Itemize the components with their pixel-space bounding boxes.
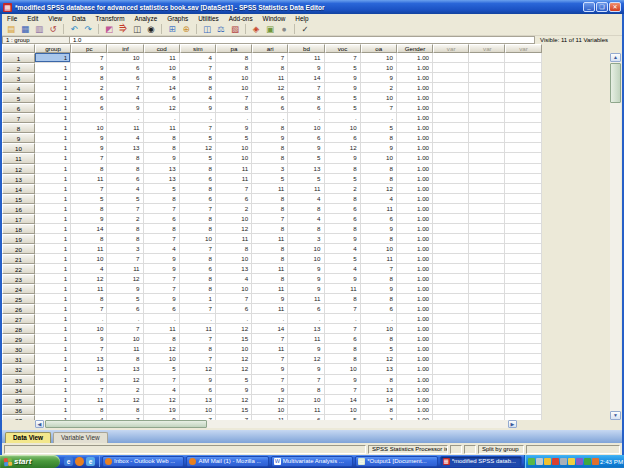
cell[interactable]: 1.00 [397, 375, 433, 385]
goto-chart-icon[interactable]: ◩ [103, 23, 115, 35]
column-header-ari[interactable]: ari [252, 44, 288, 53]
task-button[interactable]: WMultivariate Analysis ... [271, 456, 353, 467]
cell[interactable]: 8 [325, 224, 361, 234]
row-number[interactable]: 8 [2, 123, 35, 133]
row-number[interactable]: 10 [2, 143, 35, 153]
cell[interactable]: 5 [361, 344, 397, 354]
cell[interactable]: 8 [216, 53, 252, 63]
cell[interactable]: 10 [361, 324, 397, 334]
cell[interactable] [433, 103, 469, 113]
cell[interactable]: 8 [361, 133, 397, 143]
cell[interactable] [505, 395, 541, 405]
cell[interactable] [469, 324, 505, 334]
cell[interactable]: 1 [35, 234, 71, 244]
cell[interactable]: . [252, 314, 288, 324]
cell[interactable]: 6 [325, 204, 361, 214]
cell[interactable] [505, 224, 541, 234]
tray-icon-5[interactable] [560, 458, 567, 465]
cell[interactable] [469, 93, 505, 103]
cell[interactable]: . [361, 314, 397, 324]
cell[interactable] [505, 304, 541, 314]
tray-icon-9[interactable] [592, 458, 599, 465]
cell[interactable]: 6 [107, 73, 143, 83]
cell[interactable] [433, 294, 469, 304]
cell[interactable]: 7 [144, 234, 180, 244]
cell[interactable]: 8 [144, 143, 180, 153]
cell[interactable] [469, 334, 505, 344]
cell[interactable] [433, 83, 469, 93]
cell[interactable]: 9 [361, 284, 397, 294]
cell[interactable]: 1.00 [397, 264, 433, 274]
cell[interactable]: 6 [180, 174, 216, 184]
cell[interactable]: 8 [107, 234, 143, 244]
cell[interactable]: 12 [252, 395, 288, 405]
redo-icon[interactable]: ↷ [82, 23, 94, 35]
cell[interactable]: 9 [325, 274, 361, 284]
cell[interactable] [505, 234, 541, 244]
cell[interactable] [433, 334, 469, 344]
cell[interactable]: 9 [288, 264, 324, 274]
cell[interactable]: 8 [107, 354, 143, 364]
cell[interactable]: 1.00 [397, 214, 433, 224]
row-number[interactable]: 19 [2, 234, 35, 244]
find-icon[interactable]: ◉ [145, 23, 157, 35]
cell[interactable]: 8 [252, 143, 288, 153]
cell[interactable]: 8 [180, 83, 216, 93]
row-number[interactable]: 21 [2, 254, 35, 264]
cell[interactable]: 1 [35, 314, 71, 324]
cell[interactable]: 9 [71, 63, 107, 73]
cell[interactable]: 1 [35, 93, 71, 103]
cell[interactable]: 4 [107, 133, 143, 143]
cell[interactable]: 12 [361, 184, 397, 194]
row-number[interactable]: 31 [2, 354, 35, 364]
cell[interactable]: 5 [107, 294, 143, 304]
cell[interactable]: . [216, 314, 252, 324]
cell[interactable]: 4 [361, 194, 397, 204]
cell[interactable]: 6 [216, 304, 252, 314]
cell[interactable]: 1 [35, 214, 71, 224]
cell[interactable]: 11 [107, 264, 143, 274]
cell[interactable]: 7 [180, 63, 216, 73]
row-number[interactable]: 22 [2, 264, 35, 274]
cell[interactable]: 8 [325, 194, 361, 204]
use-variable-sets-icon[interactable]: ▣ [264, 23, 276, 35]
cell[interactable]: 12 [107, 274, 143, 284]
cell[interactable] [433, 274, 469, 284]
cell[interactable]: 14 [252, 324, 288, 334]
cell[interactable]: 12 [144, 103, 180, 113]
cell[interactable]: 6 [107, 174, 143, 184]
cell[interactable]: 7 [180, 304, 216, 314]
cell[interactable]: 10 [252, 405, 288, 415]
cell[interactable]: 1.00 [397, 184, 433, 194]
cell[interactable] [433, 133, 469, 143]
weight-cases-icon[interactable]: ⚖ [215, 23, 227, 35]
cell[interactable]: 1 [35, 304, 71, 314]
cell[interactable] [433, 344, 469, 354]
cell[interactable]: 14 [361, 395, 397, 405]
cell[interactable]: 1 [35, 354, 71, 364]
task-button[interactable]: ▦*modified SPSS datab... [440, 456, 522, 467]
cell[interactable]: 12 [216, 224, 252, 234]
cell[interactable]: 1 [35, 254, 71, 264]
cell[interactable]: 8 [361, 274, 397, 284]
cell[interactable]: 10 [71, 254, 107, 264]
cell[interactable]: 8 [180, 164, 216, 174]
column-header-var-12[interactable]: var [469, 44, 505, 53]
cell[interactable]: 14 [144, 83, 180, 93]
cell[interactable]: 10 [71, 324, 107, 334]
row-number[interactable]: 28 [2, 324, 35, 334]
cell[interactable]: 6 [252, 93, 288, 103]
cell[interactable]: 4 [325, 264, 361, 274]
cell[interactable]: 11 [288, 294, 324, 304]
cell[interactable] [433, 164, 469, 174]
cell[interactable]: 7 [252, 334, 288, 344]
cell[interactable]: 9 [144, 153, 180, 163]
cell[interactable]: 1 [180, 294, 216, 304]
cell[interactable]: 19 [144, 405, 180, 415]
spell-check-icon[interactable]: ✓ [299, 23, 311, 35]
minimize-button[interactable]: _ [583, 2, 595, 12]
cell[interactable]: 10 [288, 123, 324, 133]
restore-button[interactable]: ❏ [596, 2, 608, 12]
cell[interactable] [469, 53, 505, 63]
cell[interactable]: 7 [252, 53, 288, 63]
